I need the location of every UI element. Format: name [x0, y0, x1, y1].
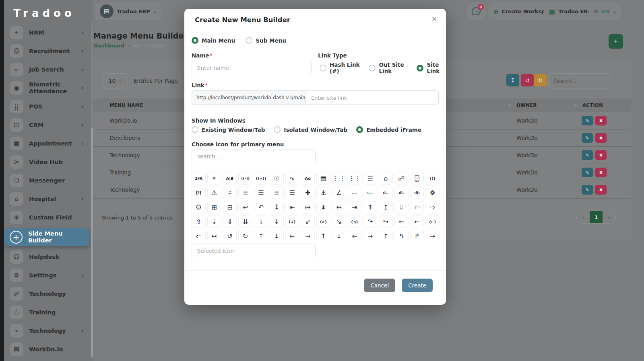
arrow-merge-icon[interactable]: ⇡ [254, 230, 268, 239]
ambulance-icon[interactable]: ✚ [301, 187, 315, 199]
antenna-bars-3-icon[interactable]: ıl.. [379, 187, 393, 199]
sidebar-item-appointment[interactable]: ▦Appointment› [4, 134, 89, 153]
breadcrumb-dashboard-link[interactable]: Dashboard [94, 43, 124, 49]
delete-button[interactable]: ✖ [595, 116, 607, 125]
arrow-left-icon[interactable]: ← [394, 215, 409, 228]
arrow-ramp-left-icon[interactable]: ↰ [394, 230, 409, 239]
column-menu-name[interactable]: MENU NAME [109, 103, 143, 108]
arrow-bar-right-icon[interactable]: ↦ [301, 201, 315, 213]
arrow-forward-up-icon[interactable]: ↪ [379, 215, 393, 228]
alert-octagon-icon[interactable]: [!] [192, 187, 206, 199]
delete-button[interactable]: ✖ [595, 133, 607, 143]
language-selector[interactable]: ⊛ EN ⌄ [588, 2, 621, 20]
arrow-narrow-up-icon[interactable]: ↑ [379, 230, 393, 239]
arrow-bottom-tail-icon[interactable]: ⇂ [254, 215, 268, 228]
pagination-next[interactable]: › [603, 211, 615, 223]
arrow-down-left-circle-icon[interactable]: (↙) [316, 215, 330, 228]
arrow-big-right-icon[interactable]: ⇨ [425, 201, 440, 213]
arrow-ramp-right-icon[interactable]: ↱ [410, 230, 424, 239]
sidebar-item-training[interactable]: ◌Training [4, 303, 89, 322]
a-b-icon[interactable]: A|B [223, 172, 237, 185]
delete-button[interactable]: ✖ [595, 185, 607, 195]
arrow-bottom-square-icon[interactable]: ⇊ [238, 215, 252, 228]
arrow-down-circle-icon[interactable]: (↓) [285, 215, 299, 228]
arrow-back-icon[interactable]: ↩ [238, 201, 252, 213]
sidebar-item-workdo-io[interactable]: ▤WorkDo.io [4, 340, 89, 359]
arrow-left-circle-icon[interactable]: (←) [425, 215, 440, 228]
sidebar-item-biometric-attendance[interactable]: ◉Biometric Attendance› [4, 79, 89, 97]
align-right-icon[interactable]: ☰ [285, 187, 299, 199]
icon-search-input[interactable] [192, 150, 316, 163]
2fa-icon[interactable]: 2FA [192, 172, 206, 185]
antenna-bars-2-icon[interactable]: ı... [363, 187, 377, 199]
arrow-big-down-icon[interactable]: ⇩ [394, 201, 409, 213]
arrow-bar-to-left-icon[interactable]: ↤ [332, 201, 346, 213]
sidebar-item-settings[interactable]: ⚙Settings› [4, 266, 89, 285]
arrow-back-up-icon[interactable]: ↶ [254, 201, 268, 213]
arrow-move-down-icon[interactable]: ↓ [270, 230, 284, 239]
sidebar-item-video-hub[interactable]: ⊳Video Hub [4, 153, 89, 171]
align-left-icon[interactable]: ≡ [270, 187, 284, 199]
workspace-switcher[interactable]: ▤ Tradoo ERP ⌄ [95, 2, 162, 20]
sort-icon[interactable]: ⇅ [574, 103, 577, 108]
create-button[interactable]: Create [402, 279, 433, 292]
name-input[interactable] [192, 61, 312, 75]
sidebar-item-crm[interactable]: ⊡CRM› [4, 116, 89, 134]
arrow-down-icon[interactable]: ↓ [270, 215, 284, 228]
radio-out-site-link[interactable]: Out Site Link [369, 62, 408, 74]
sidebar-item-hrm[interactable]: ⌖HRM› [4, 23, 89, 42]
alien-icon[interactable]: ⍨ [223, 187, 237, 199]
arrow-move-right-icon[interactable]: → [301, 230, 315, 239]
adjustments-icon[interactable]: ⋮⋮ [332, 172, 346, 185]
arrow-loop-left-icon[interactable]: ↺ [223, 230, 237, 239]
messages-button[interactable]: ⋯ 0 [467, 2, 485, 20]
arrow-bar-to-down-icon[interactable]: ↡ [316, 201, 330, 213]
radio-isolated-window-tab[interactable]: Isolated Window/Tab [274, 126, 347, 133]
column-owner[interactable]: OWNER [516, 103, 537, 108]
aerial-lift-icon[interactable]: ⌂ [379, 172, 393, 185]
arrow-big-up-icon[interactable]: ⇧ [192, 215, 206, 228]
arrow-bar-left-icon[interactable]: ⇤ [285, 201, 299, 213]
table-search-input[interactable] [548, 73, 611, 88]
alert-circle-icon[interactable]: (!) [425, 172, 440, 185]
sidebar-item-hospital[interactable]: ⌂Hospital› [4, 190, 89, 208]
archive-icon[interactable]: ⊟ [223, 201, 237, 213]
edit-button[interactable]: ✎ [582, 168, 593, 177]
sidebar-item-job-search[interactable]: ⌕Job Search› [4, 60, 89, 79]
arrow-bar-to-right-icon[interactable]: ⇥ [348, 201, 362, 213]
antenna-bars-4-icon[interactable]: ıll. [394, 187, 409, 199]
adjustments-alt-icon[interactable]: ⋮⋮ [348, 172, 362, 185]
affiliate-icon[interactable]: ☍ [394, 172, 409, 185]
sidebar-scrollbar-thumb[interactable] [91, 23, 93, 128]
arrow-down-left-icon[interactable]: ↙ [301, 215, 315, 228]
arrow-bottom-bar-icon[interactable]: ⇣ [207, 215, 221, 228]
edit-button[interactable]: ✎ [582, 185, 593, 195]
edit-button[interactable]: ✎ [582, 116, 593, 125]
sidebar-item-technology[interactable]: ⌁Technology› [4, 322, 89, 340]
arrow-bottom-circle-icon[interactable]: ⇓ [223, 215, 237, 228]
arrow-left-tail-icon[interactable]: ↢ [207, 230, 221, 239]
arrow-left-bar-icon[interactable]: ⇠ [410, 215, 424, 228]
radio-sub-menu[interactable]: Sub Menu [246, 37, 286, 44]
arrow-left-square-icon[interactable]: ⇐ [192, 230, 206, 239]
delete-button[interactable]: ✖ [595, 150, 607, 160]
site-link-input[interactable] [306, 90, 439, 105]
selected-icon-input[interactable] [192, 244, 316, 258]
arrow-bar-to-up-icon[interactable]: ⇞ [363, 201, 377, 213]
sidebar-item-messenger[interactable]: ❍Messenger [4, 171, 89, 190]
apps-icon[interactable]: ⊞ [207, 201, 221, 213]
radio-existing-window-tab[interactable]: Existing Window/Tab [192, 126, 265, 133]
aperture-icon[interactable]: ☸ [425, 187, 440, 199]
arrow-move-left-icon[interactable]: ← [285, 230, 299, 239]
arrow-narrow-left-icon[interactable]: ← [348, 230, 362, 239]
alert-triangle-icon[interactable]: ⚠ [207, 187, 221, 199]
radio-main-menu[interactable]: Main Menu [192, 37, 235, 44]
align-center-icon[interactable]: ≡ [238, 187, 252, 199]
arrow-forward-icon[interactable]: ↷ [363, 215, 377, 228]
accessible-icon[interactable]: ☉ [270, 172, 284, 185]
sidebar-item-technology[interactable]: ☍Technology [4, 285, 89, 303]
undo-button[interactable]: ↺ [521, 74, 534, 86]
pagination-prev[interactable]: ‹ [577, 211, 590, 223]
apple-icon[interactable]: ʘ [192, 201, 206, 213]
access-point-icon[interactable]: ((·)) [238, 172, 252, 185]
